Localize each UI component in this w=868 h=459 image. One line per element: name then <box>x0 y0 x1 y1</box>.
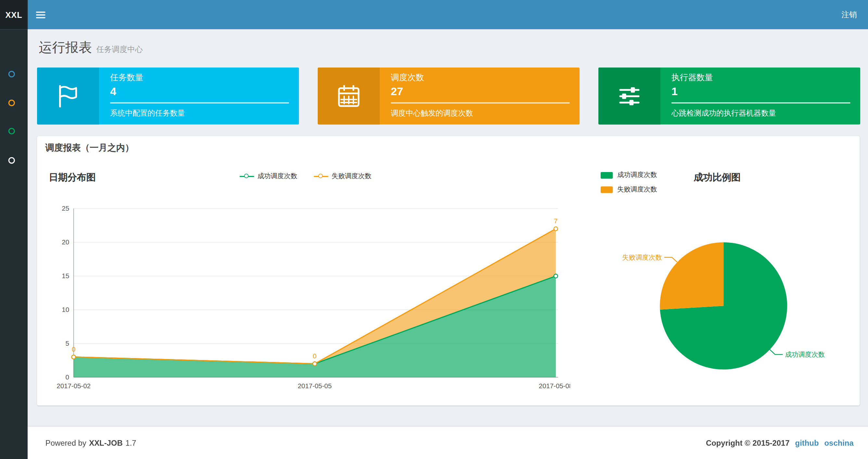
pie-label-line <box>770 350 783 355</box>
legend-label: 失败调度次数 <box>617 185 657 194</box>
info-box-label: 任务数量 <box>110 72 289 83</box>
point-label: 7 <box>554 217 557 225</box>
sidebar-menu-item-3-circle-icon[interactable] <box>8 128 15 134</box>
sidebar-menu-item-1-circle-icon[interactable] <box>8 71 15 77</box>
info-box-divider <box>110 102 289 103</box>
footer-powered-by: Powered by XXL-JOB 1.7 <box>45 427 136 459</box>
info-box-executor-count: 执行器数量 1 心跳检测成功的执行器机器数量 <box>598 67 860 125</box>
sidebar-toggle-button[interactable] <box>28 0 53 29</box>
footer: Powered by XXL-JOB 1.7 Copyright © 2015-… <box>28 426 868 459</box>
product-name: XXL-JOB <box>89 438 122 447</box>
line-chart-legend: 成功调度次数失败调度次数 <box>240 171 372 181</box>
info-box-task-count: 任务数量 4 系统中配置的任务数量 <box>37 67 299 125</box>
info-box-label: 执行器数量 <box>672 72 850 83</box>
pie-slice-label: 失败调度次数 <box>622 254 662 261</box>
sidebar-menu-item-4-circle-icon[interactable] <box>8 157 15 164</box>
legend-line-marker-icon <box>314 173 328 179</box>
fail-point <box>72 355 76 359</box>
footer-copyright: Copyright © 2015-2017 github oschina <box>706 427 854 459</box>
powered-by-text: Powered by <box>45 438 86 447</box>
x-tick-label: 2017-05-05 <box>298 382 332 390</box>
app-logo[interactable]: XXL <box>0 0 28 29</box>
legend-label: 失败调度次数 <box>332 171 372 181</box>
y-tick-label: 15 <box>62 272 69 280</box>
top-navbar: XXL 注销 <box>0 0 868 29</box>
legend-label: 成功调度次数 <box>257 171 297 181</box>
info-box-label: 调度次数 <box>391 72 569 83</box>
panel-title: 调度报表（一月之内） <box>45 142 134 154</box>
point-label: 0 <box>313 352 316 360</box>
copyright-text: Copyright © 2015-2017 <box>706 438 790 447</box>
legend-item[interactable]: 成功调度次数 <box>240 171 297 181</box>
success-point <box>554 274 558 278</box>
fail-point <box>554 227 558 231</box>
info-box-divider <box>391 102 569 103</box>
x-tick-label: 2017-05-02 <box>57 382 91 390</box>
y-tick-label: 25 <box>62 204 69 212</box>
point-label: 0 <box>72 346 75 353</box>
pie-chart-legend: 成功调度次数失败调度次数 <box>601 170 657 199</box>
page-title: 运行报表任务调度中心 <box>39 39 143 57</box>
pie-chart-title: 成功比例图 <box>693 171 741 184</box>
pie-slice <box>660 242 723 309</box>
legend-item[interactable]: 失败调度次数 <box>601 185 657 194</box>
info-box-value: 27 <box>391 85 569 98</box>
page-subtitle: 任务调度中心 <box>96 45 143 54</box>
date-distribution-chart: 05101520252017-05-022017-05-052017-05-08… <box>44 203 570 394</box>
legend-label: 成功调度次数 <box>617 170 657 180</box>
sidebar <box>0 29 28 459</box>
info-box-trigger-count: 调度次数 27 调度中心触发的调度次数 <box>318 67 580 125</box>
logout-button[interactable]: 注销 <box>830 0 868 29</box>
line-chart-title: 日期分布图 <box>49 171 96 184</box>
info-box-description: 系统中配置的任务数量 <box>110 108 289 119</box>
page-title-text: 运行报表 <box>39 40 92 55</box>
xxl-job-dashboard: XXL 注销 运行报表任务调度中心 任务数量 4 系统中配置的任务数量 <box>0 0 868 459</box>
github-link[interactable]: github <box>795 438 819 447</box>
product-version: 1.7 <box>125 438 136 447</box>
info-box-divider <box>672 102 850 103</box>
legend-item[interactable]: 成功调度次数 <box>601 170 657 180</box>
flag-icon <box>37 67 99 125</box>
legend-item[interactable]: 失败调度次数 <box>314 171 371 181</box>
pie-slice-label: 成功调度次数 <box>785 351 825 358</box>
success-ratio-pie-chart: 成功调度次数失败调度次数 <box>587 224 864 390</box>
fail-point <box>313 362 317 366</box>
pie-label-line <box>664 257 677 262</box>
info-box-value: 1 <box>672 85 850 98</box>
info-box-value: 4 <box>110 85 289 98</box>
legend-swatch-icon <box>601 172 613 178</box>
info-box-description: 调度中心触发的调度次数 <box>391 108 569 119</box>
y-tick-label: 10 <box>62 306 69 313</box>
app-logo-text: XXL <box>5 10 22 20</box>
legend-swatch-icon <box>601 186 613 193</box>
sliders-icon <box>598 67 660 125</box>
oschina-link[interactable]: oschina <box>825 438 854 447</box>
info-box-description: 心跳检测成功的执行器机器数量 <box>672 108 850 119</box>
y-tick-label: 20 <box>62 238 69 246</box>
y-tick-label: 5 <box>66 339 69 347</box>
legend-line-marker-icon <box>240 173 254 179</box>
hamburger-icon <box>36 11 45 12</box>
y-tick-label: 0 <box>66 373 69 381</box>
x-tick-label: 2017-05-08 <box>539 382 570 390</box>
sidebar-menu-item-2-circle-icon[interactable] <box>8 99 15 106</box>
calendar-icon <box>318 67 380 125</box>
